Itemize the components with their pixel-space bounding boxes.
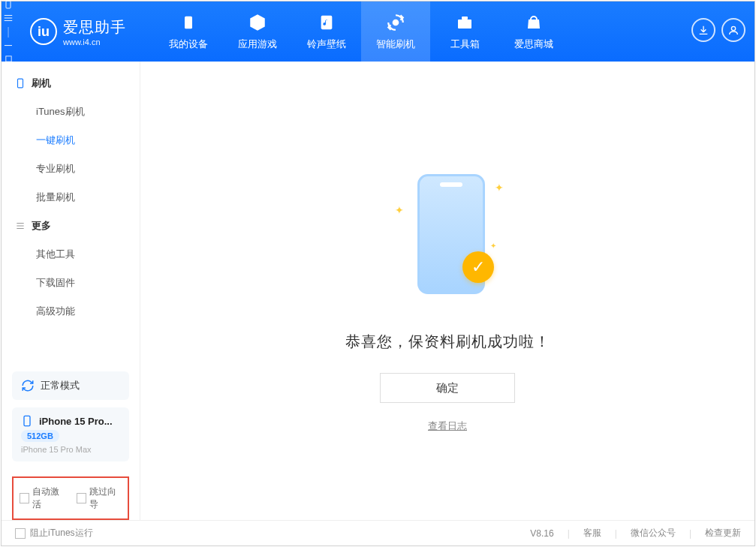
refresh-icon bbox=[21, 379, 35, 392]
nav-apps[interactable]: 应用游戏 bbox=[223, 2, 292, 62]
sparkle-icon: ✦ bbox=[395, 204, 404, 216]
sidebar-item-download-firmware[interactable]: 下载固件 bbox=[2, 269, 140, 297]
svg-rect-8 bbox=[18, 79, 23, 88]
minimize-button[interactable]: ─ bbox=[2, 38, 15, 52]
main-content: ✦ ✦ ✦ ✓ 恭喜您，保资料刷机成功啦！ 确定 查看日志 bbox=[140, 62, 754, 520]
svg-point-4 bbox=[393, 20, 399, 26]
sidebar-item-itunes-flash[interactable]: iTunes刷机 bbox=[2, 98, 140, 126]
nav-ringtones[interactable]: 铃声壁纸 bbox=[292, 2, 361, 62]
view-log-link[interactable]: 查看日志 bbox=[428, 419, 467, 433]
refresh-gear-icon bbox=[385, 12, 406, 33]
logo-icon: iu bbox=[30, 18, 57, 45]
divider-icon: | bbox=[2, 25, 15, 38]
version-label: V8.16 bbox=[530, 528, 553, 539]
footer: 阻止iTunes运行 V8.16 | 客服 | 微信公众号 | 检查更新 bbox=[2, 520, 754, 545]
app-url: www.i4.cn bbox=[63, 38, 126, 47]
nav-toolbox[interactable]: 工具箱 bbox=[430, 2, 499, 62]
group-title: 刷机 bbox=[32, 77, 51, 90]
download-button[interactable] bbox=[691, 18, 715, 42]
checkbox-label: 自动激活 bbox=[32, 485, 65, 511]
phone-outline-icon bbox=[15, 78, 26, 89]
top-nav: 我的设备 应用游戏 铃声壁纸 智能刷机 工具箱 爱思商城 bbox=[154, 2, 691, 62]
svg-rect-3 bbox=[321, 16, 333, 29]
auto-activate-checkbox[interactable]: 自动激活 bbox=[20, 485, 65, 511]
nav-store[interactable]: 爱思商城 bbox=[499, 2, 568, 62]
checkbox-label: 阻止iTunes运行 bbox=[30, 527, 93, 539]
ok-button[interactable]: 确定 bbox=[380, 373, 515, 403]
phone-icon[interactable] bbox=[2, 0, 15, 11]
device-card[interactable]: iPhone 15 Pro... 512GB iPhone 15 Pro Max bbox=[12, 407, 129, 461]
header-actions bbox=[691, 18, 754, 45]
support-link[interactable]: 客服 bbox=[583, 527, 601, 539]
svg-rect-6 bbox=[462, 17, 468, 20]
separator: | bbox=[615, 528, 617, 539]
bag-icon bbox=[523, 12, 544, 33]
user-button[interactable] bbox=[721, 18, 745, 42]
nav-label: 铃声壁纸 bbox=[307, 38, 346, 51]
menu-icon[interactable] bbox=[2, 11, 15, 25]
sidebar: 刷机 iTunes刷机 一键刷机 专业刷机 批量刷机 更多 其他工具 下载固件 … bbox=[2, 62, 140, 520]
svg-rect-0 bbox=[6, 1, 11, 8]
checkbox-icon bbox=[15, 528, 26, 539]
checkbox-icon bbox=[77, 493, 86, 503]
separator: | bbox=[689, 528, 691, 539]
app-name: 爱思助手 bbox=[63, 17, 126, 38]
svg-point-7 bbox=[731, 26, 735, 30]
group-title: 更多 bbox=[32, 219, 51, 233]
music-icon bbox=[316, 12, 337, 33]
wechat-link[interactable]: 微信公众号 bbox=[631, 527, 676, 539]
app-header: | ─ ✕ iu 爱思助手 www.i4.cn 我的设备 应用游戏 铃声壁纸 bbox=[2, 2, 754, 62]
sparkle-icon: ✦ bbox=[490, 242, 496, 250]
options-box: 自动激活 跳过向导 bbox=[12, 476, 129, 520]
sidebar-group-flash[interactable]: 刷机 bbox=[2, 69, 140, 98]
phone-icon bbox=[21, 415, 33, 427]
nav-label: 应用游戏 bbox=[238, 38, 277, 51]
svg-rect-9 bbox=[24, 416, 30, 425]
success-message: 恭喜您，保资料刷机成功啦！ bbox=[345, 332, 550, 352]
mode-label: 正常模式 bbox=[41, 379, 80, 392]
close-button[interactable]: ✕ bbox=[2, 65, 15, 79]
block-itunes-checkbox[interactable]: 阻止iTunes运行 bbox=[15, 527, 93, 539]
maximize-button[interactable] bbox=[2, 52, 15, 65]
cube-icon bbox=[247, 12, 268, 33]
device-full-name: iPhone 15 Pro Max bbox=[21, 445, 120, 454]
sidebar-item-other-tools[interactable]: 其他工具 bbox=[2, 240, 140, 269]
nav-label: 爱思商城 bbox=[514, 38, 553, 51]
svg-rect-5 bbox=[458, 20, 471, 29]
mode-indicator[interactable]: 正常模式 bbox=[12, 371, 129, 400]
nav-my-device[interactable]: 我的设备 bbox=[154, 2, 223, 62]
sidebar-item-oneclick-flash[interactable]: 一键刷机 bbox=[2, 126, 140, 155]
checkbox-icon bbox=[20, 493, 29, 503]
device-icon bbox=[178, 12, 199, 33]
svg-rect-1 bbox=[5, 56, 11, 61]
app-logo: iu 爱思助手 www.i4.cn bbox=[15, 17, 154, 47]
success-illustration: ✦ ✦ ✦ ✓ bbox=[387, 159, 508, 309]
skip-wizard-checkbox[interactable]: 跳过向导 bbox=[77, 485, 122, 511]
storage-badge: 512GB bbox=[21, 430, 59, 442]
nav-label: 我的设备 bbox=[169, 38, 208, 51]
window-controls: | ─ ✕ bbox=[2, 0, 15, 79]
sparkle-icon: ✦ bbox=[495, 182, 504, 194]
check-update-link[interactable]: 检查更新 bbox=[705, 527, 741, 539]
list-icon bbox=[15, 221, 26, 231]
sidebar-item-batch-flash[interactable]: 批量刷机 bbox=[2, 183, 140, 212]
toolbox-icon bbox=[454, 12, 475, 33]
device-name: iPhone 15 Pro... bbox=[39, 416, 113, 427]
check-badge-icon: ✓ bbox=[462, 251, 494, 283]
separator: | bbox=[568, 528, 570, 539]
sidebar-item-pro-flash[interactable]: 专业刷机 bbox=[2, 155, 140, 183]
nav-label: 智能刷机 bbox=[376, 38, 415, 51]
nav-flash[interactable]: 智能刷机 bbox=[361, 2, 430, 62]
nav-label: 工具箱 bbox=[450, 38, 480, 51]
svg-rect-2 bbox=[185, 17, 192, 29]
sidebar-group-more[interactable]: 更多 bbox=[2, 212, 140, 240]
checkbox-label: 跳过向导 bbox=[89, 485, 122, 511]
sidebar-item-advanced[interactable]: 高级功能 bbox=[2, 297, 140, 326]
